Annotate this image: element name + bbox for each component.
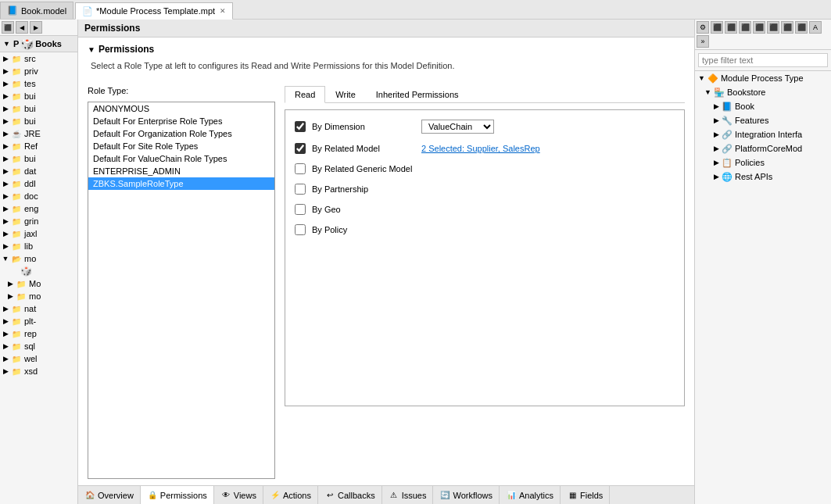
right-toolbar-btn-10[interactable]: »: [697, 35, 709, 48]
bottom-tab-actions[interactable]: ⚡ Actions: [263, 486, 318, 504]
right-tree-platformcore[interactable]: ▶ 🔗 PlatformCoreMod: [695, 141, 831, 155]
right-toolbar-btn-1[interactable]: ⚙: [697, 21, 709, 34]
tree-item-sql[interactable]: ▶ 📁 sql: [0, 340, 77, 352]
tree-item-src[interactable]: ▶ 📁 src: [0, 52, 77, 65]
right-toolbar-btn-7[interactable]: ⬛: [781, 21, 793, 34]
folder-icon-test: 📁: [11, 78, 22, 89]
tree-item-bui2[interactable]: ▶ 📁 bui: [0, 102, 77, 115]
right-tree-module-process[interactable]: ▼ 🔶 Module Process Type: [695, 71, 831, 85]
tree-item-xsd[interactable]: ▶ 📁 xsd: [0, 365, 77, 377]
right-tree-policies[interactable]: ▶ 📋 Policies: [695, 155, 831, 170]
tree-item-priv[interactable]: ▶ 📁 priv: [0, 65, 77, 77]
checkbox-by-related-model[interactable]: [295, 143, 306, 154]
right-toolbar-btn-2[interactable]: ⬛: [711, 21, 723, 34]
tree-toggle-src[interactable]: ▶: [2, 55, 9, 63]
tree-item-lib[interactable]: ▶ 📁 lib: [0, 240, 77, 252]
analytics-icon: 📊: [506, 490, 517, 501]
tree-item-mo[interactable]: ▼ 📂 mo: [0, 252, 77, 265]
tab-book-model[interactable]: 📘 Book.model: [0, 2, 73, 19]
right-tree-integration-label: Integration Interfa: [735, 130, 802, 139]
tree-item-rep[interactable]: ▶ 📁 rep: [0, 327, 77, 340]
right-toolbar-btn-8[interactable]: ⬛: [795, 21, 808, 34]
toolbar-btn-1[interactable]: ⬛: [2, 21, 14, 34]
right-toolbar-btn-4[interactable]: ⬛: [739, 21, 751, 34]
right-toolbar-btn-9[interactable]: A: [809, 21, 822, 34]
tree-item-bui4[interactable]: ▶ 📁 bui: [0, 152, 77, 165]
right-tree-bookstore[interactable]: ▼ 🏪 Bookstore: [695, 85, 831, 99]
right-toolbar-btn-6[interactable]: ⬛: [767, 21, 779, 34]
tree-item-ref[interactable]: ▶ 📁 Ref: [0, 140, 77, 152]
tree-item-ddl[interactable]: ▶ 📁 ddl: [0, 177, 77, 190]
checkbox-by-dimension[interactable]: [295, 121, 306, 132]
dropdown-dimension[interactable]: ValueChain Organization Site: [421, 120, 494, 134]
role-item-zbks[interactable]: ZBKS.SampleRoleType: [88, 177, 274, 190]
views-icon: 👁: [220, 490, 231, 501]
tree-item-dat[interactable]: ▶ 📁 dat: [0, 165, 77, 177]
folder-icon-jaxl: 📁: [11, 228, 22, 239]
right-tree-integration[interactable]: ▶ 🔗 Integration Interfa: [695, 127, 831, 141]
tree-item-jaxl[interactable]: ▶ 📁 jaxl: [0, 227, 77, 240]
tab-close-button[interactable]: ✕: [220, 7, 226, 15]
role-item-site[interactable]: Default For Site Role Types: [88, 140, 274, 152]
right-tree-restapis[interactable]: ▶ 🌐 Rest APIs: [695, 170, 831, 184]
tree-item-Mo[interactable]: ▶ 📁 Mo: [0, 277, 77, 290]
tree-item-grin[interactable]: ▶ 📁 grin: [0, 215, 77, 227]
checkbox-by-policy[interactable]: [295, 224, 306, 235]
bottom-tab-callbacks[interactable]: ↩ Callbacks: [318, 486, 382, 504]
folder-icon-priv: 📁: [11, 66, 22, 77]
tree-item-nat[interactable]: ▶ 📁 nat: [0, 302, 77, 315]
checkbox-by-generic-model[interactable]: [295, 163, 306, 174]
bottom-tab-fields[interactable]: ▦ Fields: [561, 486, 610, 504]
tab-write[interactable]: Write: [325, 86, 365, 102]
checkbox-by-geo[interactable]: [295, 204, 306, 215]
bottom-tab-fields-label: Fields: [580, 491, 603, 500]
tree-item-test[interactable]: ▶ 📁 tes: [0, 77, 77, 90]
right-tree-book[interactable]: ▶ 📘 Book: [695, 99, 831, 113]
tree-item-eng[interactable]: ▶ 📁 eng: [0, 202, 77, 215]
right-tree-features[interactable]: ▶ 🔧 Features: [695, 113, 831, 127]
tree-item-mo2[interactable]: ▶ 📁 mo: [0, 290, 77, 302]
tab-inherited[interactable]: Inherited Permissions: [366, 86, 469, 102]
right-toolbar-btn-5[interactable]: ⬛: [753, 21, 765, 34]
tree-label-wel: wel: [24, 354, 38, 363]
bottom-tab-views[interactable]: 👁 Views: [214, 486, 263, 504]
tree-label-priv: priv: [24, 66, 38, 76]
toolbar-btn-2[interactable]: ◀: [16, 21, 28, 34]
bottom-tab-issues[interactable]: ⚠ Issues: [382, 486, 434, 504]
role-item-enterprise[interactable]: Default For Enterprise Role Types: [88, 115, 274, 127]
content-area: Role Type: ANONYMOUS Default For Enterpr…: [78, 86, 694, 485]
tree-label-Mo: Mo: [29, 279, 41, 288]
bottom-tab-overview[interactable]: 🏠 Overview: [78, 486, 141, 504]
toolbar-btn-3[interactable]: ▶: [30, 21, 42, 34]
checkbox-by-partnership[interactable]: [295, 184, 306, 195]
file-tree[interactable]: ▶ 📁 src ▶ 📁 priv ▶ 📁 tes ▶ 📁 bui: [0, 52, 77, 504]
tab-module-process[interactable]: 📄 *Module Process Template.mpt ✕: [75, 2, 233, 20]
role-item-zbks-label: ZBKS.SampleRoleType: [93, 179, 184, 188]
bottom-tab-permissions[interactable]: 🔒 Permissions: [141, 486, 214, 504]
section-label: Permissions: [99, 44, 154, 55]
role-item-enterprise-admin[interactable]: ENTERPRISE_ADMIN: [88, 165, 274, 177]
right-toolbar-btn-3[interactable]: ⬛: [725, 21, 737, 34]
tree-item-doc[interactable]: ▶ 📁 doc: [0, 190, 77, 202]
tab-read[interactable]: Read: [285, 86, 325, 103]
tab-inherited-label: Inherited Permissions: [376, 90, 459, 99]
right-tree[interactable]: ▼ 🔶 Module Process Type ▼ 🏪 Bookstore ▶ …: [695, 71, 831, 504]
tree-item-jre[interactable]: ▶ ☕ JRE: [0, 127, 77, 140]
tree-item-plt[interactable]: ▶ 📁 plt-: [0, 315, 77, 327]
role-item-valuechain[interactable]: Default For ValueChain Role Types: [88, 152, 274, 165]
tree-item-bui1[interactable]: ▶ 📁 bui: [0, 90, 77, 102]
label-by-related-model: By Related Model: [312, 144, 421, 153]
tree-item-mo-icon[interactable]: 🎲: [0, 265, 77, 277]
tree-item-wel[interactable]: ▶ 📁 wel: [0, 352, 77, 365]
role-item-organization[interactable]: Default For Organization Role Types: [88, 127, 274, 140]
right-tree-platformcore-label: PlatformCoreMod: [735, 144, 802, 153]
tree-item-bui3[interactable]: ▶ 📁 bui: [0, 115, 77, 127]
bottom-tab-analytics[interactable]: 📊 Analytics: [500, 486, 561, 504]
bottom-tab-workflows[interactable]: 🔄 Workflows: [433, 486, 500, 504]
permissions-title: Permissions: [78, 20, 694, 38]
fields-icon: ▦: [567, 490, 578, 501]
right-search-input[interactable]: [698, 53, 828, 67]
role-item-anonymous[interactable]: ANONYMOUS: [88, 102, 274, 115]
link-related-model[interactable]: 2 Selected: Supplier, SalesRep: [421, 144, 540, 153]
role-type-list[interactable]: ANONYMOUS Default For Enterprise Role Ty…: [88, 102, 275, 479]
